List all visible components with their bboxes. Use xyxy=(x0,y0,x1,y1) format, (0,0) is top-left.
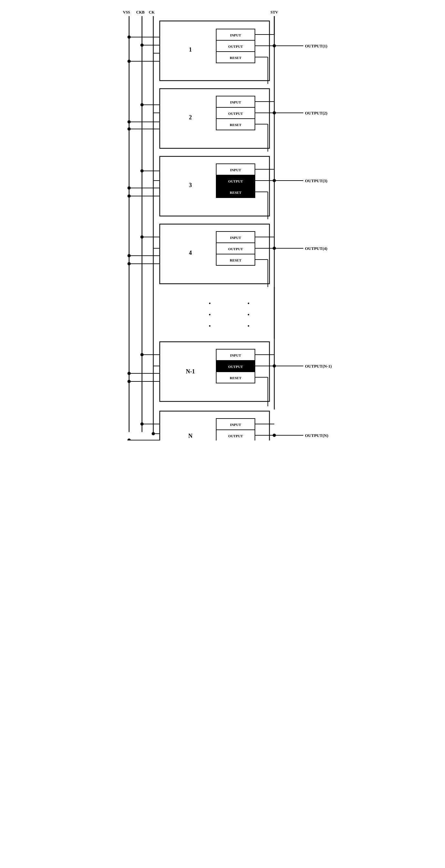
stageN1-output-label: OUTPUT xyxy=(228,365,243,369)
svg-point-33 xyxy=(140,103,144,106)
circuit-svg: text { font-family: 'Times New Roman', T… xyxy=(110,6,336,440)
stage4-reset-label: RESET xyxy=(230,258,241,262)
stage4-output-label: OUTPUT xyxy=(228,247,243,251)
stageN-input-label: INPUT xyxy=(230,423,241,427)
stage4-label: 4 xyxy=(189,250,192,256)
dots-left2: · xyxy=(208,310,211,319)
stage2-input-label: INPUT xyxy=(230,100,241,104)
stage3-output-label: OUTPUT xyxy=(228,179,243,183)
ck-label: CK xyxy=(149,10,155,14)
svg-point-36 xyxy=(127,120,131,123)
svg-point-90 xyxy=(127,380,131,383)
svg-point-99 xyxy=(140,423,144,426)
circuit-diagram: text { font-family: 'Times New Roman', T… xyxy=(110,6,336,440)
svg-point-38 xyxy=(127,127,131,131)
stageN1-label: N-1 xyxy=(186,368,195,375)
svg-point-70 xyxy=(127,254,131,257)
ckb-label: CKB xyxy=(136,10,144,14)
output1-label: OUTPUT(1) xyxy=(305,43,327,49)
output4-label: OUTPUT(4) xyxy=(305,246,327,251)
svg-point-88 xyxy=(127,372,131,375)
stageN-label: N xyxy=(188,433,192,439)
svg-point-55 xyxy=(127,194,131,198)
dots-right: · xyxy=(247,298,249,308)
svg-point-50 xyxy=(140,169,144,173)
dots-right3: · xyxy=(247,321,249,331)
stage2-reset-label: RESET xyxy=(230,123,241,127)
vss-label: VSS xyxy=(123,10,130,14)
stage1-reset-label: RESET xyxy=(230,56,241,60)
stageN1-input-label: INPUT xyxy=(230,353,241,357)
stage4-input-label: INPUT xyxy=(230,236,241,240)
svg-rect-91 xyxy=(160,411,269,440)
stageN1-reset-label: RESET xyxy=(230,376,241,380)
output3-label: OUTPUT(3) xyxy=(305,178,327,183)
stage1-label: 1 xyxy=(189,46,192,53)
svg-point-16 xyxy=(127,35,131,39)
stage2-label: 2 xyxy=(189,114,192,121)
stv-label: STV xyxy=(270,10,278,14)
svg-point-72 xyxy=(127,262,131,266)
stage1-output-label: OUTPUT xyxy=(228,44,243,49)
stage3-reset-label: RESET xyxy=(230,191,241,194)
svg-point-21 xyxy=(127,60,131,63)
dots-left: · xyxy=(208,298,211,308)
dots-right2: · xyxy=(247,310,249,319)
svg-point-53 xyxy=(127,186,131,190)
dots-left3: · xyxy=(208,321,211,331)
stage3-input-label: INPUT xyxy=(230,168,241,172)
svg-point-67 xyxy=(140,236,144,239)
output2-label: OUTPUT(2) xyxy=(305,111,327,116)
stage2-output-label: OUTPUT xyxy=(228,112,243,116)
outputN-label: OUTPUT(N) xyxy=(305,433,328,438)
outputN1-label: OUTPUT(N-1) xyxy=(305,364,332,369)
svg-point-18 xyxy=(140,43,144,47)
stage3-label: 3 xyxy=(189,182,192,188)
stage1-input-label: INPUT xyxy=(230,33,241,37)
svg-point-85 xyxy=(140,353,144,356)
stageN-output-label: OUTPUT xyxy=(228,434,243,438)
svg-point-102 xyxy=(127,438,131,440)
svg-point-103 xyxy=(152,432,155,435)
svg-rect-4 xyxy=(160,21,269,81)
